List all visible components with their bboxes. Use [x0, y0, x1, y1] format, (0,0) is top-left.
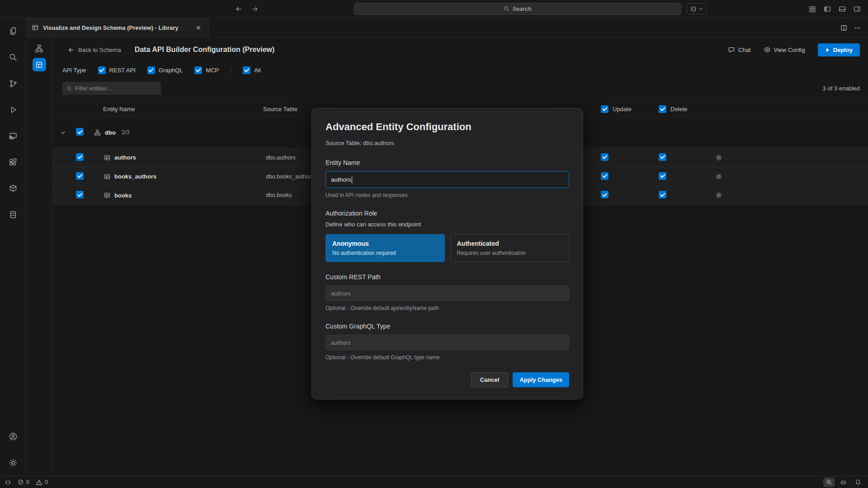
cancel-button[interactable]: Cancel	[471, 372, 509, 387]
editor-more-actions-icon[interactable]: ⋯	[854, 24, 861, 31]
row-delete-checkbox[interactable]	[659, 191, 666, 198]
remote-explorer-icon[interactable]	[0, 123, 26, 149]
graphql-checkbox[interactable]	[147, 66, 155, 74]
nav-forward-icon[interactable]	[251, 5, 259, 13]
command-center-search[interactable]: Search	[354, 3, 681, 15]
row-settings-gear-icon[interactable]	[715, 154, 868, 161]
filter-mcp[interactable]: MCP	[194, 66, 219, 74]
error-count: 0	[26, 479, 29, 485]
titlebar-secondary-control[interactable]	[687, 3, 707, 14]
schema-icon	[94, 129, 101, 136]
bell-icon[interactable]	[852, 478, 863, 487]
zoom-icon[interactable]	[823, 478, 835, 487]
extensions-icon[interactable]	[0, 149, 26, 175]
entity-name-label: Entity Name	[326, 159, 569, 166]
filter-entities-input[interactable]	[75, 85, 157, 92]
row-settings-gear-icon[interactable]	[715, 173, 868, 180]
tab-schema-icon	[32, 24, 39, 31]
eye-icon	[764, 46, 771, 53]
arrow-left-icon	[68, 47, 75, 53]
explorer-icon[interactable]	[0, 18, 26, 44]
filter-divider	[231, 66, 231, 74]
rest-api-checkbox[interactable]	[98, 66, 106, 74]
group-count: 3/3	[122, 129, 129, 136]
tab-close-icon[interactable]: ✕	[193, 23, 203, 32]
entity-name-value: authors	[331, 176, 351, 183]
rest-api-label: REST API	[109, 67, 136, 74]
errors-icon	[18, 479, 24, 485]
filter-search-icon	[66, 86, 72, 91]
table-icon	[104, 192, 110, 198]
account-icon[interactable]	[0, 423, 26, 450]
custom-rest-path-label: Custom REST Path	[326, 273, 569, 281]
chevron-down-icon[interactable]	[52, 130, 73, 136]
view-config-button[interactable]: View Config	[764, 46, 805, 53]
nav-back-icon[interactable]	[235, 5, 242, 13]
role-authenticated-title: Authenticated	[457, 240, 563, 247]
role-anonymous-option[interactable]: Anonymous No authentication required	[326, 234, 445, 262]
row-delete-checkbox[interactable]	[659, 153, 666, 161]
row-update-checkbox[interactable]	[601, 191, 609, 198]
entity-name-input[interactable]: authors	[326, 171, 569, 188]
row-delete-checkbox[interactable]	[659, 172, 666, 180]
search-icon	[504, 6, 509, 12]
row-checkbox[interactable]	[76, 191, 84, 198]
back-to-schema-link[interactable]: Back to Schema	[68, 47, 121, 53]
group-name: dbo	[105, 129, 116, 136]
dialog-source-table: Source Table: dbo.authors	[326, 140, 569, 146]
dialog-title: Advanced Entity Configuration	[326, 121, 569, 133]
search-sidebar-icon[interactable]	[0, 44, 26, 70]
text-caret	[352, 176, 352, 183]
deploy-button[interactable]: Deploy	[818, 43, 860, 56]
toggle-secondary-sidebar-icon[interactable]	[854, 5, 861, 13]
update-all-checkbox[interactable]	[601, 105, 609, 113]
group-checkbox[interactable]	[76, 128, 84, 136]
custom-rest-path-input[interactable]	[326, 286, 569, 301]
run-debug-icon[interactable]	[0, 97, 26, 123]
mcp-checkbox[interactable]	[194, 66, 202, 74]
remote-indicator-icon[interactable]	[5, 479, 11, 486]
row-update-checkbox[interactable]	[601, 153, 609, 161]
page-title: Data API Builder Configuration (Preview)	[135, 46, 275, 54]
copilot-icon[interactable]	[838, 478, 849, 487]
problems-indicator[interactable]: 0 0	[18, 479, 48, 486]
row-settings-gear-icon[interactable]	[715, 192, 868, 199]
apply-changes-button[interactable]: Apply Changes	[513, 372, 569, 387]
api-builder-view-icon[interactable]	[33, 58, 46, 71]
toggle-panel-icon[interactable]	[839, 5, 846, 13]
filter-rest-api[interactable]: REST API	[98, 66, 136, 74]
entity-name: books_authors	[114, 173, 156, 180]
entity-name: authors	[114, 154, 136, 161]
custom-graphql-type-input[interactable]	[326, 335, 569, 350]
custom-graphql-type-label: Custom GraphQL Type	[326, 323, 569, 330]
tab-label: Visualize and Design Schema (Preview) - …	[43, 24, 179, 31]
schema-designer-view-icon[interactable]	[26, 40, 52, 56]
database-projects-icon[interactable]	[0, 175, 26, 202]
all-checkbox[interactable]	[243, 66, 250, 74]
filter-entities-field[interactable]	[62, 82, 161, 95]
row-checkbox[interactable]	[76, 172, 84, 180]
col-delete: Delete	[656, 105, 715, 113]
entity-name: books	[114, 192, 132, 199]
settings-gear-icon[interactable]	[0, 450, 26, 476]
custom-rest-path-help: Optional - Override default api/entityNa…	[326, 305, 569, 311]
filter-graphql[interactable]: GraphQL	[147, 66, 183, 74]
source-control-icon[interactable]	[0, 70, 26, 97]
role-anonymous-title: Anonymous	[332, 240, 438, 247]
split-editor-icon[interactable]	[840, 24, 847, 31]
tab-visualize-design-schema[interactable]: Visualize and Design Schema (Preview) - …	[26, 18, 209, 37]
chat-button[interactable]: Chat	[728, 46, 750, 53]
status-bar: 0 0	[0, 476, 868, 488]
filter-all[interactable]: All	[243, 66, 260, 74]
customize-layout-icon[interactable]	[809, 5, 816, 13]
delete-all-checkbox[interactable]	[659, 105, 666, 113]
advanced-entity-configuration-dialog: Advanced Entity Configuration Source Tab…	[311, 108, 583, 399]
table-storage-icon[interactable]	[0, 202, 26, 228]
row-checkbox[interactable]	[76, 153, 84, 161]
search-placeholder: Search	[513, 6, 532, 12]
role-authenticated-option[interactable]: Authenticated Requires user authenticati…	[450, 234, 570, 262]
custom-graphql-type-help: Optional - Override default GraphQL type…	[326, 354, 569, 361]
view-config-label: View Config	[774, 47, 805, 53]
toggle-primary-sidebar-icon[interactable]	[824, 5, 831, 13]
row-update-checkbox[interactable]	[601, 172, 609, 180]
